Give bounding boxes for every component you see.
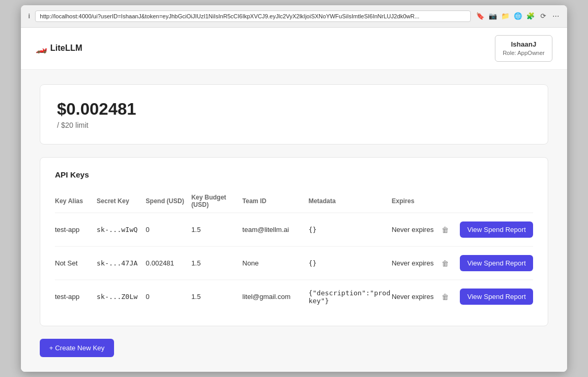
cell-expires-0: Never expires bbox=[392, 213, 439, 247]
folder-icon[interactable]: 📁 bbox=[501, 12, 510, 20]
cell-delete-0: 🗑 bbox=[439, 213, 456, 247]
cell-spend-1: 0.002481 bbox=[146, 247, 191, 280]
col-header-metadata: Metadata bbox=[309, 190, 392, 213]
delete-key-button-1[interactable]: 🗑 bbox=[439, 257, 451, 270]
cell-budget-0: 1.5 bbox=[191, 213, 243, 247]
create-new-key-button[interactable]: + Create New Key bbox=[40, 339, 114, 357]
cell-spend-2: 0 bbox=[146, 280, 191, 314]
cell-expires-1: Never expires bbox=[392, 247, 439, 280]
cell-budget-2: 1.5 bbox=[191, 280, 243, 314]
browser-toolbar: 🔖 📷 📁 🌐 🧩 ⟳ ⋯ bbox=[476, 12, 560, 20]
cell-alias-2: test-app bbox=[55, 280, 97, 314]
spend-card: $0.002481 / $20 limit bbox=[40, 84, 548, 145]
url-bar[interactable]: http://localhost:4000/ui?userID=IshaanJ&… bbox=[35, 10, 471, 22]
cell-team-2: litel@gmail.com bbox=[242, 280, 308, 314]
cell-action-1: View Spend Report bbox=[456, 247, 533, 280]
table-row: test-app sk-...Z0Lw 0 1.5 litel@gmail.co… bbox=[55, 280, 533, 314]
spend-limit: / $20 limit bbox=[57, 121, 531, 129]
col-header-action bbox=[456, 190, 533, 213]
api-keys-table: Key Alias Secret Key Spend (USD) Key Bud… bbox=[55, 190, 533, 313]
view-spend-report-button-1[interactable]: View Spend Report bbox=[460, 255, 533, 271]
api-keys-card: API Keys Key Alias Secret Key Spend (USD… bbox=[40, 157, 548, 326]
section-title: API Keys bbox=[55, 170, 533, 179]
info-icon: i bbox=[28, 13, 30, 20]
globe-icon[interactable]: 🌐 bbox=[514, 12, 522, 20]
cell-action-0: View Spend Report bbox=[456, 213, 533, 247]
logo-text: LiteLLM bbox=[50, 43, 82, 53]
cell-alias-0: test-app bbox=[55, 213, 97, 247]
delete-key-button-0[interactable]: 🗑 bbox=[439, 224, 451, 236]
browser-window: i http://localhost:4000/ui?userID=Ishaan… bbox=[21, 5, 567, 372]
cell-expires-2: Never expires bbox=[392, 280, 439, 314]
cell-delete-2: 🗑 bbox=[439, 280, 456, 314]
cell-action-2: View Spend Report bbox=[456, 280, 533, 314]
app-logo: 🏎️ LiteLLM bbox=[36, 42, 82, 54]
user-badge: IshaanJ Role: AppOwner bbox=[495, 35, 552, 62]
cell-secret-1: sk-...47JA bbox=[97, 247, 146, 280]
cell-secret-2: sk-...Z0Lw bbox=[97, 280, 146, 314]
bookmark-icon[interactable]: 🔖 bbox=[476, 12, 484, 20]
cell-delete-1: 🗑 bbox=[439, 247, 456, 280]
app-content: 🏎️ LiteLLM IshaanJ Role: AppOwner $0.002… bbox=[21, 28, 567, 372]
cell-alias-1: Not Set bbox=[55, 247, 97, 280]
cell-metadata-0: {} bbox=[309, 213, 392, 247]
menu-icon[interactable]: ⋯ bbox=[551, 12, 560, 20]
cell-budget-1: 1.5 bbox=[191, 247, 243, 280]
col-header-budget: Key Budget (USD) bbox=[191, 190, 243, 213]
col-header-expires: Expires bbox=[392, 190, 439, 213]
screenshot-icon[interactable]: 📷 bbox=[489, 12, 497, 20]
delete-key-button-2[interactable]: 🗑 bbox=[439, 291, 451, 303]
table-header-row: Key Alias Secret Key Spend (USD) Key Bud… bbox=[55, 190, 533, 213]
cell-metadata-1: {} bbox=[309, 247, 392, 280]
col-header-secret: Secret Key bbox=[97, 190, 146, 213]
refresh-icon[interactable]: ⟳ bbox=[539, 12, 547, 20]
col-header-spend: Spend (USD) bbox=[146, 190, 191, 213]
cell-team-0: team@litellm.ai bbox=[242, 213, 308, 247]
main-content: $0.002481 / $20 limit API Keys Key Alias… bbox=[21, 70, 567, 372]
col-header-delete bbox=[439, 190, 456, 213]
view-spend-report-button-0[interactable]: View Spend Report bbox=[460, 221, 533, 238]
col-header-team: Team ID bbox=[242, 190, 308, 213]
browser-bar: i http://localhost:4000/ui?userID=Ishaan… bbox=[21, 5, 567, 28]
cell-spend-0: 0 bbox=[146, 213, 191, 247]
logo-icon: 🏎️ bbox=[36, 42, 47, 54]
cell-secret-0: sk-...wIwQ bbox=[97, 213, 146, 247]
table-row: Not Set sk-...47JA 0.002481 1.5 None {} … bbox=[55, 247, 533, 280]
cell-metadata-2: {"description":"prod key"} bbox=[309, 280, 392, 314]
table-row: test-app sk-...wIwQ 0 1.5 team@litellm.a… bbox=[55, 213, 533, 247]
user-name: IshaanJ bbox=[503, 40, 545, 49]
col-header-alias: Key Alias bbox=[55, 190, 97, 213]
view-spend-report-button-2[interactable]: View Spend Report bbox=[460, 289, 533, 305]
cell-team-1: None bbox=[242, 247, 308, 280]
user-role: Role: AppOwner bbox=[503, 49, 545, 57]
puzzle-icon[interactable]: 🧩 bbox=[526, 12, 535, 20]
app-header: 🏎️ LiteLLM IshaanJ Role: AppOwner bbox=[21, 28, 567, 70]
spend-amount: $0.002481 bbox=[57, 99, 531, 119]
